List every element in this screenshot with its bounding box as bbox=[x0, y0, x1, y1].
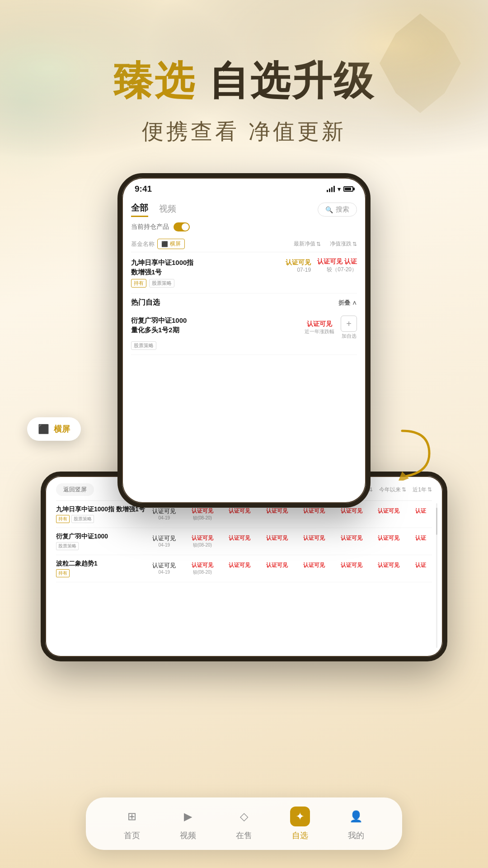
horizontal-icon: ⬛ bbox=[161, 241, 168, 247]
status-icons: ▾ bbox=[327, 186, 353, 193]
nav-label-watchlist: 自选 bbox=[292, 830, 308, 841]
tag-strategy: 股票策略 bbox=[149, 279, 174, 288]
table-header: 基金名称 ⬛ 横屏 最新净值 ⇅ 净值涨跌 ⇅ bbox=[131, 236, 357, 252]
title-normal: 自选升级 bbox=[209, 58, 375, 103]
horizontal-label: 横屏 bbox=[170, 240, 181, 248]
fund-item[interactable]: 九坤日享中证1000指 数增强1号 认证可见 07-19 认证可见 认证 bbox=[131, 252, 357, 293]
h-table: 九坤日享中证1000指 数增强1号 持有 股票策略 认证可见 04-19 bbox=[56, 501, 432, 650]
title-highlight: 臻选 bbox=[113, 58, 196, 103]
phone-screen: 全部 视频 🔍 搜索 当前持仓产品 基金名称 ⬛ 横屏 bbox=[122, 198, 366, 502]
fund-name-col: 基金名称 ⬛ 横屏 bbox=[131, 239, 185, 249]
nav-label-video: 视频 bbox=[180, 830, 196, 841]
horizontal-float-label: 横屏 bbox=[54, 424, 70, 434]
fold-button[interactable]: 折叠 ∧ bbox=[338, 299, 357, 307]
h-scrollbar bbox=[436, 503, 437, 648]
fund-item-row1: 九坤日享中证1000指 数增强1号 认证可见 07-19 认证可见 认证 bbox=[131, 258, 357, 277]
search-label: 搜索 bbox=[336, 205, 349, 214]
nav-change-col: 净值涨跌 ⇅ bbox=[330, 240, 357, 248]
h-fund-main-name-1: 九坤日享中证1000指 数增强1号 bbox=[56, 505, 146, 514]
h-val-nav-3: 认证可见 04-19 bbox=[152, 561, 176, 576]
h-fund-row-2[interactable]: 衍复广羽中证1000 股票策略 认证可见 04-19 认证可见 较(08-20) bbox=[56, 528, 432, 555]
toggle-switch[interactable] bbox=[174, 222, 190, 231]
nav-item-profile[interactable]: 👤 我的 bbox=[346, 807, 366, 841]
h-fund-tags-2: 股票策略 bbox=[56, 542, 146, 550]
h-fund-name-cell-2: 衍复广羽中证1000 股票策略 bbox=[56, 533, 146, 550]
signal-icon bbox=[327, 186, 335, 192]
h-val-m1-2: 认证可见 bbox=[229, 534, 250, 548]
fund-item-tags: 持有 股票策略 bbox=[131, 279, 357, 288]
hot-fund-tag: 股票策略 bbox=[131, 341, 156, 350]
hot-fund-change-area: 认证可见 近一年涨跌幅 bbox=[305, 320, 334, 335]
hot-fund-change-sub: 近一年涨跌幅 bbox=[305, 328, 334, 335]
nav-item-video[interactable]: ▶ 视频 bbox=[178, 807, 198, 841]
nav-item-watchlist[interactable]: ✦ 自选 bbox=[290, 807, 310, 841]
main-title: 臻选 自选升级 bbox=[0, 54, 488, 108]
phone-vertical: 9:41 ▾ 全部 视频 bbox=[117, 173, 371, 508]
h-fund-name-cell-3: 波粒二象趋势1 持有 bbox=[56, 560, 146, 577]
tab-all[interactable]: 全部 bbox=[131, 202, 148, 217]
h-fund-row-3[interactable]: 波粒二象趋势1 持有 认证可见 04-19 认证可见 较(08-20) bbox=[56, 555, 432, 582]
h-val-ytd-1: 认证可见 bbox=[341, 507, 362, 521]
tabs-row: 全部 视频 🔍 搜索 bbox=[131, 198, 357, 221]
h-val-extra-3: 认证 bbox=[415, 561, 426, 576]
phones-container: 9:41 ▾ 全部 视频 bbox=[0, 173, 488, 716]
fund-nav-change: 认证可见 认证 bbox=[317, 258, 357, 266]
nav-item-home[interactable]: ⊞ 首页 bbox=[122, 807, 142, 841]
add-btn-area: + 加自选 bbox=[341, 316, 357, 340]
h-val-m3-3: 认证可见 bbox=[266, 561, 288, 576]
h-val-extra-1: 认证 bbox=[415, 507, 426, 521]
h-fund-main-name-3: 波粒二象趋势1 bbox=[56, 560, 146, 568]
h-val-extra-2: 认证 bbox=[415, 534, 426, 548]
fund-right-area: 认证可见 07-19 认证可见 认证 较（07-20） bbox=[286, 258, 357, 274]
back-to-portrait-btn[interactable]: 返回竖屏 bbox=[56, 483, 94, 496]
fund-change-date: 较（07-20） bbox=[317, 266, 357, 274]
horizontal-float-button[interactable]: ⬛ 横屏 bbox=[27, 417, 81, 441]
h-val-m6-2: 认证可见 bbox=[303, 534, 325, 548]
h-val-ytd-2: 认证可见 bbox=[341, 534, 362, 548]
search-button[interactable]: 🔍 搜索 bbox=[318, 203, 357, 217]
h-val-m6-3: 认证可见 bbox=[303, 561, 325, 576]
nav-bar: ⊞ 首页 ▶ 视频 ◇ 在售 ✦ 自选 👤 我的 bbox=[86, 797, 402, 850]
h-tag-strategy-1: 股票策略 bbox=[71, 515, 94, 523]
h-tag-strategy-2: 股票策略 bbox=[56, 542, 79, 550]
h-val-m3-2: 认证可见 bbox=[266, 534, 288, 548]
tab-video[interactable]: 视频 bbox=[159, 203, 176, 217]
bottom-nav: ⊞ 首页 ▶ 视频 ◇ 在售 ✦ 自选 👤 我的 bbox=[0, 778, 488, 868]
horizontal-mode-btn[interactable]: ⬛ 横屏 bbox=[157, 239, 185, 249]
hot-fund-tags: 股票策略 bbox=[131, 341, 357, 350]
h-val-y1-1: 认证可见 bbox=[378, 507, 399, 521]
nav-label-sale: 在售 bbox=[236, 830, 252, 841]
h-tag-held-3: 持有 bbox=[56, 569, 70, 577]
h-val-change-1: 认证可见 较(08-20) bbox=[192, 507, 213, 521]
h-val-change-2: 认证可见 较(08-20) bbox=[192, 534, 213, 548]
toggle-label: 当前持仓产品 bbox=[131, 223, 169, 231]
h-val-y1-2: 认证可见 bbox=[378, 534, 399, 548]
toggle-row: 当前持仓产品 bbox=[131, 221, 357, 236]
hot-fund-right: 认证可见 近一年涨跌幅 + 加自选 bbox=[305, 316, 357, 340]
status-bar: 9:41 ▾ bbox=[122, 178, 366, 198]
fund-nav-value: 认证可见 bbox=[286, 259, 311, 267]
h-fund-name-cell-1: 九坤日享中证1000指 数增强1号 持有 股票策略 bbox=[56, 505, 146, 523]
h-values-2: 认证可见 04-19 认证可见 较(08-20) 认证可见 认证可见 bbox=[146, 534, 432, 548]
add-btn-label: 加自选 bbox=[342, 333, 357, 340]
fund-nav-date: 07-19 bbox=[286, 267, 311, 273]
arrow-decoration bbox=[393, 426, 438, 482]
hot-fund-item[interactable]: 衍复广羽中证1000 量化多头1号2期 认证可见 近一年涨跌幅 + 加自选 bbox=[131, 311, 357, 355]
nav-item-sale[interactable]: ◇ 在售 bbox=[234, 807, 254, 841]
horizontal-float-icon: ⬛ bbox=[38, 424, 49, 434]
add-to-watchlist-button[interactable]: + bbox=[341, 316, 357, 332]
sub-title: 便携查看 净值更新 bbox=[0, 117, 488, 146]
time-display: 9:41 bbox=[135, 184, 152, 194]
h-fund-tags-1: 持有 股票策略 bbox=[56, 515, 146, 523]
fund-name: 九坤日享中证1000指 数增强1号 bbox=[131, 258, 193, 277]
nav-label-home: 首页 bbox=[124, 830, 140, 841]
battery-icon bbox=[343, 186, 353, 192]
h-scrollbar-thumb[interactable] bbox=[436, 508, 437, 535]
hot-fund-change: 认证可见 bbox=[305, 320, 334, 328]
h-val-nav-1: 认证可见 04-19 bbox=[152, 507, 176, 521]
header-section: 臻选 自选升级 便携查看 净值更新 bbox=[0, 0, 488, 173]
search-icon: 🔍 bbox=[325, 206, 333, 213]
fund-nav-area: 认证可见 07-19 bbox=[286, 259, 311, 273]
h-val-change-3: 认证可见 较(08-20) bbox=[192, 561, 213, 576]
h-val-nav-2: 认证可见 04-19 bbox=[152, 534, 176, 548]
